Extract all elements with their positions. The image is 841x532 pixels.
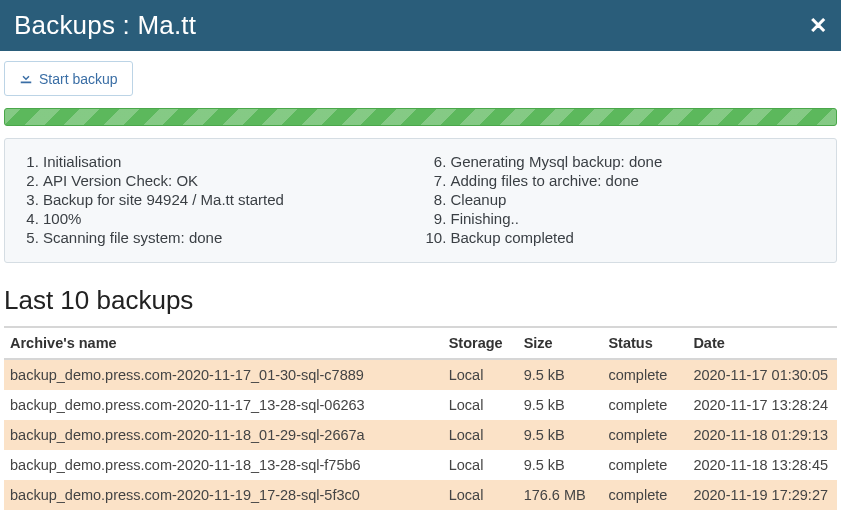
cell-storage: Local bbox=[443, 450, 518, 480]
backups-table: Archive's name Storage Size Status Date … bbox=[4, 326, 837, 510]
table-row[interactable]: backup_demo.press.com-2020-11-18_13-28-s… bbox=[4, 450, 837, 480]
table-header-row: Archive's name Storage Size Status Date bbox=[4, 327, 837, 359]
cell-status: complete bbox=[602, 450, 687, 480]
modal-header: Backups : Ma.tt ✕ bbox=[0, 0, 841, 51]
cell-size: 9.5 kB bbox=[518, 359, 603, 390]
download-icon bbox=[19, 70, 33, 87]
cell-size: 176.6 MB bbox=[518, 480, 603, 510]
log-item: API Version Check: OK bbox=[43, 172, 411, 189]
cell-size: 9.5 kB bbox=[518, 390, 603, 420]
cell-name: backup_demo.press.com-2020-11-19_17-28-s… bbox=[4, 480, 443, 510]
cell-status: complete bbox=[602, 420, 687, 450]
log-panel: Initialisation API Version Check: OK Bac… bbox=[4, 138, 837, 263]
cell-name: backup_demo.press.com-2020-11-18_13-28-s… bbox=[4, 450, 443, 480]
cell-date: 2020-11-17 01:30:05 bbox=[687, 359, 837, 390]
log-item: Backup for site 94924 / Ma.tt started bbox=[43, 191, 411, 208]
table-row[interactable]: backup_demo.press.com-2020-11-17_13-28-s… bbox=[4, 390, 837, 420]
table-row[interactable]: backup_demo.press.com-2020-11-19_17-28-s… bbox=[4, 480, 837, 510]
log-item: Backup completed bbox=[451, 229, 819, 246]
backups-section-title: Last 10 backups bbox=[4, 285, 837, 316]
cell-date: 2020-11-18 13:28:45 bbox=[687, 450, 837, 480]
cell-name: backup_demo.press.com-2020-11-18_01-29-s… bbox=[4, 420, 443, 450]
cell-storage: Local bbox=[443, 390, 518, 420]
cell-date: 2020-11-17 13:28:24 bbox=[687, 390, 837, 420]
cell-status: complete bbox=[602, 390, 687, 420]
col-header-status[interactable]: Status bbox=[602, 327, 687, 359]
cell-name: backup_demo.press.com-2020-11-17_01-30-s… bbox=[4, 359, 443, 390]
cell-storage: Local bbox=[443, 420, 518, 450]
cell-status: complete bbox=[602, 359, 687, 390]
col-header-storage[interactable]: Storage bbox=[443, 327, 518, 359]
cell-size: 9.5 kB bbox=[518, 420, 603, 450]
cell-name: backup_demo.press.com-2020-11-17_13-28-s… bbox=[4, 390, 443, 420]
page-title: Backups : Ma.tt bbox=[14, 10, 196, 41]
log-list: Initialisation API Version Check: OK Bac… bbox=[23, 153, 818, 248]
start-backup-label: Start backup bbox=[39, 71, 118, 87]
cell-date: 2020-11-19 17:29:27 bbox=[687, 480, 837, 510]
progress-bar bbox=[4, 108, 837, 126]
start-backup-button[interactable]: Start backup bbox=[4, 61, 133, 96]
main-content: Start backup Initialisation API Version … bbox=[0, 51, 841, 510]
col-header-name[interactable]: Archive's name bbox=[4, 327, 443, 359]
close-icon[interactable]: ✕ bbox=[809, 13, 827, 39]
table-row[interactable]: backup_demo.press.com-2020-11-18_01-29-s… bbox=[4, 420, 837, 450]
log-item: Scanning file system: done bbox=[43, 229, 411, 246]
table-row[interactable]: backup_demo.press.com-2020-11-17_01-30-s… bbox=[4, 359, 837, 390]
cell-date: 2020-11-18 01:29:13 bbox=[687, 420, 837, 450]
log-item: Cleanup bbox=[451, 191, 819, 208]
log-item: 100% bbox=[43, 210, 411, 227]
log-item: Generating Mysql backup: done bbox=[451, 153, 819, 170]
col-header-size[interactable]: Size bbox=[518, 327, 603, 359]
cell-storage: Local bbox=[443, 359, 518, 390]
cell-storage: Local bbox=[443, 480, 518, 510]
col-header-date[interactable]: Date bbox=[687, 327, 837, 359]
cell-status: complete bbox=[602, 480, 687, 510]
log-item: Finishing.. bbox=[451, 210, 819, 227]
log-item: Initialisation bbox=[43, 153, 411, 170]
log-item: Adding files to archive: done bbox=[451, 172, 819, 189]
cell-size: 9.5 kB bbox=[518, 450, 603, 480]
